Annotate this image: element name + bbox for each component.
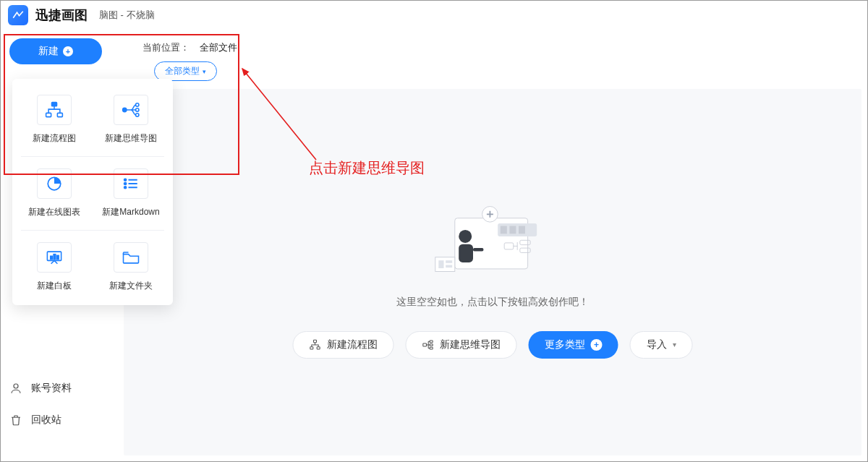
- whiteboard-icon: [37, 242, 72, 273]
- new-popover: 新建流程图 新建思维导图 新建在线图表 新建Markdown 新建白板 新建文件…: [12, 79, 173, 305]
- svg-point-9: [459, 230, 472, 243]
- popover-item-label: 新建在线图表: [28, 206, 80, 218]
- svg-point-27: [136, 103, 139, 106]
- new-mindmap-button[interactable]: 新建思维导图: [406, 331, 517, 359]
- svg-rect-22: [430, 347, 433, 349]
- svg-point-28: [136, 108, 139, 111]
- plus-icon: +: [63, 46, 73, 56]
- mindmap-icon: [422, 339, 434, 351]
- popover-new-onlinechart[interactable]: 新建在线图表: [18, 163, 90, 224]
- type-filter-dropdown[interactable]: 全部类型 ▾: [154, 61, 217, 81]
- sidebar-trash-label: 回收站: [31, 414, 61, 427]
- main-canvas: 这里空空如也，点击以下按钮高效创作吧！ 新建流程图 新建思维导图 更多类型 + …: [124, 89, 861, 455]
- chevron-down-icon: ▾: [673, 341, 676, 348]
- new-button[interactable]: 新建 +: [9, 38, 102, 64]
- type-filter-label: 全部类型: [165, 65, 200, 77]
- svg-rect-14: [446, 260, 452, 263]
- popover-new-flowchart[interactable]: 新建流程图: [18, 89, 90, 150]
- piechart-icon: [37, 168, 72, 199]
- flowchart-icon: [37, 95, 72, 125]
- popover-item-label: 新建思维导图: [105, 132, 157, 145]
- svg-point-32: [124, 183, 127, 185]
- svg-point-31: [124, 179, 127, 181]
- svg-rect-17: [310, 346, 313, 348]
- svg-rect-20: [430, 341, 433, 343]
- svg-point-26: [123, 108, 127, 111]
- popover-new-mindmap[interactable]: 新建思维导图: [95, 89, 167, 150]
- svg-point-33: [124, 187, 127, 189]
- svg-rect-36: [54, 254, 56, 260]
- new-flowchart-button[interactable]: 新建流程图: [293, 331, 394, 359]
- svg-rect-13: [438, 260, 443, 268]
- popover-new-markdown[interactable]: 新建Markdown: [95, 163, 167, 224]
- cta-label: 新建思维导图: [440, 338, 501, 351]
- svg-rect-24: [46, 113, 51, 116]
- mindmap-icon: [114, 95, 148, 125]
- empty-state-text: 这里空空如也，点击以下按钮高效创作吧！: [396, 296, 589, 309]
- popover-new-folder[interactable]: 新建文件夹: [95, 236, 167, 298]
- popover-item-label: 新建白板: [37, 280, 72, 292]
- svg-rect-16: [314, 340, 317, 342]
- svg-rect-23: [52, 103, 57, 106]
- breadcrumb-value: 全部文件: [200, 41, 237, 54]
- breadcrumb-label: 当前位置：: [142, 41, 190, 54]
- popover-item-label: 新建文件夹: [109, 280, 153, 292]
- svg-rect-10: [459, 244, 473, 262]
- svg-rect-4: [519, 226, 525, 234]
- list-icon: [114, 168, 148, 199]
- svg-rect-2: [501, 226, 507, 234]
- app-logo: [8, 5, 28, 25]
- svg-rect-25: [57, 113, 62, 116]
- flowchart-icon: [310, 339, 321, 351]
- popover-item-label: 新建流程图: [33, 132, 76, 145]
- folder-icon: [114, 242, 148, 273]
- svg-rect-35: [51, 256, 53, 259]
- svg-rect-11: [473, 248, 483, 252]
- sidebar-account[interactable]: 账号资料: [9, 382, 72, 395]
- sidebar-trash[interactable]: 回收站: [9, 414, 72, 427]
- svg-rect-3: [509, 226, 516, 234]
- svg-rect-21: [430, 343, 433, 346]
- import-button[interactable]: 导入 ▾: [630, 331, 693, 359]
- cta-label: 更多类型: [545, 338, 585, 351]
- cta-label: 新建流程图: [327, 338, 378, 351]
- chevron-down-icon: ▾: [203, 68, 206, 75]
- new-button-label: 新建: [38, 45, 59, 58]
- user-icon: [9, 382, 22, 395]
- cta-label: 导入: [647, 338, 667, 351]
- svg-point-29: [136, 114, 139, 116]
- popover-new-whiteboard[interactable]: 新建白板: [18, 236, 90, 298]
- svg-rect-15: [446, 265, 452, 268]
- svg-rect-19: [423, 343, 427, 346]
- empty-illustration: [427, 199, 558, 286]
- svg-rect-18: [317, 346, 320, 348]
- trash-icon: [9, 414, 22, 427]
- svg-rect-12: [435, 257, 455, 272]
- svg-rect-37: [57, 255, 59, 259]
- app-title: 迅捷画图: [35, 7, 88, 24]
- sidebar-account-label: 账号资料: [31, 382, 72, 395]
- plus-icon: +: [591, 339, 603, 351]
- annotation-text: 点击新建思维导图: [309, 158, 425, 178]
- svg-point-38: [14, 384, 18, 388]
- popover-item-label: 新建Markdown: [102, 206, 159, 218]
- app-subtitle: 脑图 - 不烧脑: [99, 9, 155, 22]
- more-types-button[interactable]: 更多类型 +: [529, 331, 618, 359]
